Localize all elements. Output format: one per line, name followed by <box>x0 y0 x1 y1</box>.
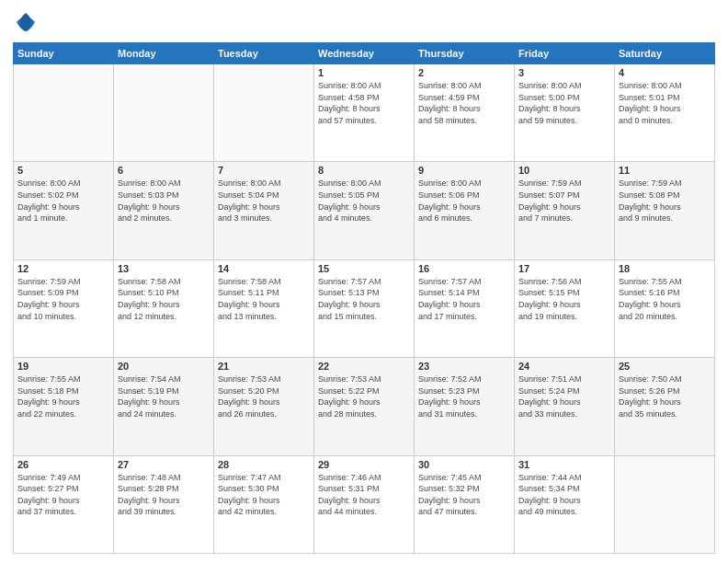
day-number: 18 <box>619 263 711 274</box>
calendar-cell: 16Sunrise: 7:57 AM Sunset: 5:14 PM Dayli… <box>415 259 515 357</box>
day-number: 7 <box>218 165 310 176</box>
logo-icon <box>13 9 39 35</box>
day-info: Sunrise: 7:50 AM Sunset: 5:26 PM Dayligh… <box>619 373 711 419</box>
day-number: 28 <box>218 459 310 470</box>
calendar-cell <box>114 64 214 162</box>
day-number: 20 <box>118 361 210 372</box>
day-info: Sunrise: 8:00 AM Sunset: 5:04 PM Dayligh… <box>218 178 310 224</box>
calendar-cell: 21Sunrise: 7:53 AM Sunset: 5:20 PM Dayli… <box>214 358 314 455</box>
calendar-cell: 8Sunrise: 8:00 AM Sunset: 5:05 PM Daylig… <box>314 162 415 259</box>
day-number: 19 <box>17 361 109 372</box>
day-number: 29 <box>318 459 410 470</box>
day-number: 25 <box>619 361 711 372</box>
day-info: Sunrise: 7:54 AM Sunset: 5:19 PM Dayligh… <box>118 373 210 419</box>
calendar-cell: 27Sunrise: 7:48 AM Sunset: 5:28 PM Dayli… <box>114 455 214 553</box>
weekday-header: Saturday <box>615 43 715 64</box>
day-info: Sunrise: 8:00 AM Sunset: 5:01 PM Dayligh… <box>619 80 711 126</box>
day-number: 13 <box>118 263 210 274</box>
day-number: 21 <box>218 361 310 372</box>
calendar-cell: 19Sunrise: 7:55 AM Sunset: 5:18 PM Dayli… <box>14 358 114 455</box>
calendar-cell: 5Sunrise: 8:00 AM Sunset: 5:02 PM Daylig… <box>14 162 114 259</box>
weekday-header: Friday <box>515 43 615 64</box>
weekday-header: Sunday <box>14 43 114 64</box>
logo <box>13 9 42 35</box>
day-number: 11 <box>619 165 711 176</box>
day-number: 23 <box>418 361 510 372</box>
day-number: 12 <box>17 263 109 274</box>
day-info: Sunrise: 7:57 AM Sunset: 5:13 PM Dayligh… <box>318 276 410 322</box>
day-info: Sunrise: 8:00 AM Sunset: 5:05 PM Dayligh… <box>318 178 410 224</box>
weekday-header: Thursday <box>415 43 515 64</box>
day-info: Sunrise: 7:51 AM Sunset: 5:24 PM Dayligh… <box>518 373 610 419</box>
weekday-header: Tuesday <box>214 43 314 64</box>
calendar-cell: 29Sunrise: 7:46 AM Sunset: 5:31 PM Dayli… <box>314 455 415 553</box>
day-number: 14 <box>218 263 310 274</box>
calendar-cell: 14Sunrise: 7:58 AM Sunset: 5:11 PM Dayli… <box>214 259 314 357</box>
calendar-cell: 25Sunrise: 7:50 AM Sunset: 5:26 PM Dayli… <box>615 358 715 455</box>
day-info: Sunrise: 7:47 AM Sunset: 5:30 PM Dayligh… <box>218 472 310 518</box>
day-number: 10 <box>518 165 610 176</box>
calendar-cell <box>214 64 314 162</box>
day-number: 27 <box>118 459 210 470</box>
calendar-cell: 7Sunrise: 8:00 AM Sunset: 5:04 PM Daylig… <box>214 162 314 259</box>
day-info: Sunrise: 7:58 AM Sunset: 5:11 PM Dayligh… <box>218 276 310 322</box>
day-info: Sunrise: 7:55 AM Sunset: 5:18 PM Dayligh… <box>17 373 109 419</box>
calendar-cell: 28Sunrise: 7:47 AM Sunset: 5:30 PM Dayli… <box>214 455 314 553</box>
day-info: Sunrise: 7:58 AM Sunset: 5:10 PM Dayligh… <box>118 276 210 322</box>
calendar-cell: 31Sunrise: 7:44 AM Sunset: 5:34 PM Dayli… <box>515 455 615 553</box>
day-number: 8 <box>318 165 410 176</box>
calendar-week-row: 5Sunrise: 8:00 AM Sunset: 5:02 PM Daylig… <box>14 162 715 259</box>
calendar-cell: 4Sunrise: 8:00 AM Sunset: 5:01 PM Daylig… <box>615 64 715 162</box>
calendar-cell: 9Sunrise: 8:00 AM Sunset: 5:06 PM Daylig… <box>415 162 515 259</box>
calendar-cell: 13Sunrise: 7:58 AM Sunset: 5:10 PM Dayli… <box>114 259 214 357</box>
day-number: 1 <box>318 67 410 78</box>
page: SundayMondayTuesdayWednesdayThursdayFrid… <box>0 0 728 563</box>
day-number: 3 <box>518 67 610 78</box>
day-number: 17 <box>518 263 610 274</box>
calendar-week-row: 1Sunrise: 8:00 AM Sunset: 4:58 PM Daylig… <box>14 64 715 162</box>
calendar-cell: 1Sunrise: 8:00 AM Sunset: 4:58 PM Daylig… <box>314 64 415 162</box>
calendar-cell: 2Sunrise: 8:00 AM Sunset: 4:59 PM Daylig… <box>415 64 515 162</box>
day-number: 26 <box>17 459 109 470</box>
day-number: 24 <box>518 361 610 372</box>
day-number: 30 <box>418 459 510 470</box>
day-info: Sunrise: 7:46 AM Sunset: 5:31 PM Dayligh… <box>318 472 410 518</box>
calendar-cell: 11Sunrise: 7:59 AM Sunset: 5:08 PM Dayli… <box>615 162 715 259</box>
day-info: Sunrise: 7:59 AM Sunset: 5:08 PM Dayligh… <box>619 178 711 224</box>
day-info: Sunrise: 8:00 AM Sunset: 5:06 PM Dayligh… <box>418 178 510 224</box>
weekday-header-row: SundayMondayTuesdayWednesdayThursdayFrid… <box>14 43 715 64</box>
day-number: 16 <box>418 263 510 274</box>
day-info: Sunrise: 7:52 AM Sunset: 5:23 PM Dayligh… <box>418 373 510 419</box>
day-info: Sunrise: 7:57 AM Sunset: 5:14 PM Dayligh… <box>418 276 510 322</box>
calendar-cell: 12Sunrise: 7:59 AM Sunset: 5:09 PM Dayli… <box>14 259 114 357</box>
day-number: 2 <box>418 67 510 78</box>
day-number: 5 <box>17 165 109 176</box>
calendar-cell: 24Sunrise: 7:51 AM Sunset: 5:24 PM Dayli… <box>515 358 615 455</box>
calendar-cell: 17Sunrise: 7:56 AM Sunset: 5:15 PM Dayli… <box>515 259 615 357</box>
day-number: 9 <box>418 165 510 176</box>
header <box>13 9 715 35</box>
day-info: Sunrise: 8:00 AM Sunset: 4:59 PM Dayligh… <box>418 80 510 126</box>
calendar-cell <box>14 64 114 162</box>
calendar-cell: 20Sunrise: 7:54 AM Sunset: 5:19 PM Dayli… <box>114 358 214 455</box>
day-info: Sunrise: 7:59 AM Sunset: 5:07 PM Dayligh… <box>518 178 610 224</box>
day-info: Sunrise: 8:00 AM Sunset: 5:02 PM Dayligh… <box>17 178 109 224</box>
day-info: Sunrise: 8:00 AM Sunset: 4:58 PM Dayligh… <box>318 80 410 126</box>
calendar-week-row: 12Sunrise: 7:59 AM Sunset: 5:09 PM Dayli… <box>14 259 715 357</box>
calendar-cell <box>615 455 715 553</box>
day-number: 22 <box>318 361 410 372</box>
day-info: Sunrise: 7:45 AM Sunset: 5:32 PM Dayligh… <box>418 472 510 518</box>
calendar-cell: 3Sunrise: 8:00 AM Sunset: 5:00 PM Daylig… <box>515 64 615 162</box>
calendar-cell: 22Sunrise: 7:53 AM Sunset: 5:22 PM Dayli… <box>314 358 415 455</box>
calendar-table: SundayMondayTuesdayWednesdayThursdayFrid… <box>13 42 715 554</box>
day-info: Sunrise: 7:56 AM Sunset: 5:15 PM Dayligh… <box>518 276 610 322</box>
calendar-cell: 10Sunrise: 7:59 AM Sunset: 5:07 PM Dayli… <box>515 162 615 259</box>
weekday-header: Wednesday <box>314 43 415 64</box>
day-info: Sunrise: 7:55 AM Sunset: 5:16 PM Dayligh… <box>619 276 711 322</box>
calendar-cell: 18Sunrise: 7:55 AM Sunset: 5:16 PM Dayli… <box>615 259 715 357</box>
day-info: Sunrise: 7:48 AM Sunset: 5:28 PM Dayligh… <box>118 472 210 518</box>
calendar-week-row: 26Sunrise: 7:49 AM Sunset: 5:27 PM Dayli… <box>14 455 715 553</box>
day-info: Sunrise: 7:59 AM Sunset: 5:09 PM Dayligh… <box>17 276 109 322</box>
day-info: Sunrise: 8:00 AM Sunset: 5:03 PM Dayligh… <box>118 178 210 224</box>
day-info: Sunrise: 7:53 AM Sunset: 5:22 PM Dayligh… <box>318 373 410 419</box>
